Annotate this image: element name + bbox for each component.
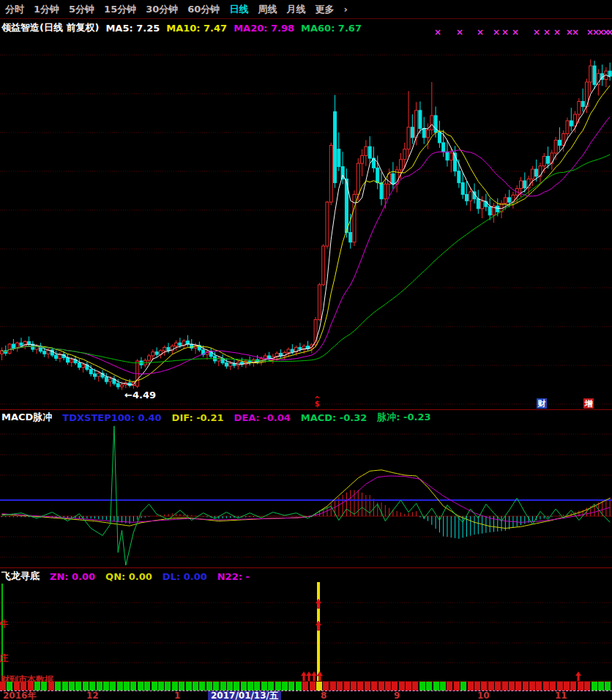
ma10-line — [2, 86, 611, 382]
candle-body — [66, 358, 69, 362]
candle-body — [275, 353, 278, 356]
dragon-indicator-chart[interactable]: 牛庄 — [0, 582, 612, 682]
candle-body — [322, 246, 325, 285]
trend-block — [288, 682, 294, 690]
dragon-char-label: 庄 — [0, 653, 9, 663]
trend-block — [454, 682, 460, 690]
date-tick-label: 1 — [174, 691, 180, 700]
candle-body — [89, 369, 92, 373]
candle-body — [70, 360, 73, 362]
nav-period-1[interactable]: 1分钟 — [34, 3, 59, 16]
signal-x-marker: × — [501, 27, 509, 37]
candle-body — [155, 352, 158, 355]
candle-body — [504, 198, 507, 204]
candle-body — [365, 146, 367, 155]
trend-block — [543, 682, 549, 690]
candle-body — [558, 140, 561, 145]
trend-block — [419, 682, 425, 690]
trend-block — [186, 682, 192, 690]
trend-block — [578, 682, 583, 690]
signal-x-marker: × — [434, 27, 441, 37]
trend-block — [0, 682, 6, 690]
candle-body — [43, 351, 46, 354]
trend-block — [282, 682, 288, 690]
macd-label-row: MACD脉冲TDXSTEP100: 0.40DIF: -0.21DEA: -0.… — [1, 411, 431, 424]
trend-block — [124, 682, 130, 690]
nav-period-9[interactable]: 更多 — [315, 3, 334, 16]
main-candlestick-chart[interactable]: ←4.49×××××××××××××××× — [0, 21, 612, 409]
trend-block — [550, 682, 556, 690]
candle-body — [55, 355, 58, 358]
signal-x-marker: × — [543, 27, 551, 37]
candle-body — [562, 134, 565, 146]
nav-period-8[interactable]: 月线 — [286, 3, 305, 16]
candle-body — [438, 133, 441, 143]
crosshair-date-label: 2017/01/13/五 — [208, 691, 281, 700]
dragon-label-2: QN: 0.00 — [105, 571, 152, 582]
trend-block — [55, 682, 61, 690]
candle-body — [329, 145, 332, 202]
trend-block — [261, 682, 267, 690]
candle-body — [384, 184, 387, 198]
trend-block — [193, 682, 198, 690]
candle-body — [233, 364, 236, 366]
candle-body — [318, 285, 321, 320]
trend-block — [605, 682, 611, 690]
trend-block — [502, 682, 508, 690]
nav-period-0[interactable]: 分时 — [5, 3, 24, 16]
candle-body — [12, 344, 15, 348]
candle-body — [481, 201, 484, 209]
trend-block — [399, 682, 405, 690]
candle-body — [326, 202, 329, 246]
candle-body — [357, 163, 359, 194]
candle-body — [361, 156, 364, 164]
trend-block — [378, 682, 384, 690]
candle-body — [496, 206, 499, 212]
candle-body — [179, 343, 182, 346]
nav-period-3[interactable]: 15分钟 — [104, 3, 136, 16]
nav-period-2[interactable]: 5分钟 — [69, 3, 94, 16]
candle-body — [469, 192, 472, 201]
up-arrow-icon — [301, 671, 307, 681]
nav-period-7[interactable]: 周线 — [258, 3, 277, 16]
candle-body — [148, 356, 151, 360]
trend-block — [158, 682, 164, 690]
candle-body — [407, 127, 410, 149]
signal-x-marker: × — [493, 27, 500, 37]
trend-block — [130, 682, 136, 690]
signal-x-marker: × — [456, 27, 463, 37]
trend-block — [495, 682, 501, 690]
dragon-char-label: 牛 — [0, 619, 9, 629]
macd-indicator-chart[interactable] — [0, 423, 612, 567]
candle-body — [376, 168, 379, 182]
nav-period-10[interactable]: › — [343, 4, 347, 15]
trend-block — [564, 682, 570, 690]
dragon-label-4: N22: - — [217, 571, 250, 582]
candle-body — [403, 149, 406, 160]
trend-block — [406, 682, 411, 690]
nav-period-6[interactable]: 日线 — [229, 3, 248, 16]
trend-block — [234, 682, 239, 690]
trend-block — [460, 682, 466, 690]
candle-body — [508, 198, 511, 202]
candle-body — [349, 232, 352, 242]
candle-body — [446, 152, 449, 160]
trend-block — [330, 682, 336, 690]
trend-block — [385, 682, 391, 690]
candle-body — [225, 363, 228, 366]
trend-block — [584, 682, 590, 690]
nav-period-5[interactable]: 60分钟 — [187, 3, 220, 16]
trend-block — [357, 682, 363, 690]
nav-period-4[interactable]: 30分钟 — [146, 3, 178, 16]
trend-block — [275, 682, 281, 690]
signal-x-marker: × — [553, 27, 561, 37]
trend-block — [440, 682, 446, 690]
trend-block — [213, 682, 219, 690]
ma60-line — [2, 154, 611, 363]
trend-block — [172, 682, 178, 690]
candle-body — [152, 352, 154, 356]
dragon-label-row: 飞龙寻底ZN: 0.00QN: 0.00DL: 0.00N22: - — [1, 570, 250, 583]
trend-block — [515, 682, 521, 690]
divider-badges: 财增 — [0, 398, 612, 409]
trend-block — [199, 682, 205, 690]
